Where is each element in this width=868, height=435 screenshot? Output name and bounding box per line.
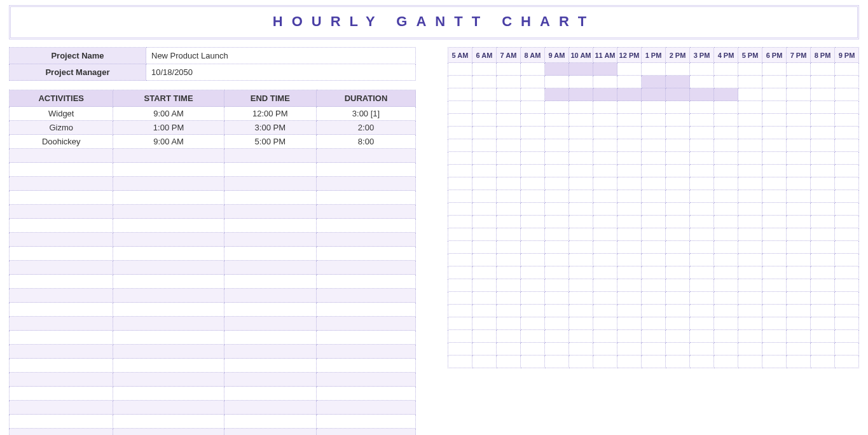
gantt-cell[interactable] <box>593 305 617 317</box>
empty-cell[interactable] <box>113 233 224 247</box>
gantt-cell[interactable] <box>642 139 666 152</box>
gantt-cell[interactable] <box>714 292 738 305</box>
cell-name[interactable]: Widget <box>10 107 113 121</box>
gantt-cell[interactable] <box>497 241 521 254</box>
gantt-cell[interactable] <box>787 216 811 228</box>
empty-cell[interactable] <box>224 387 316 401</box>
gantt-cell[interactable] <box>472 63 497 76</box>
gantt-cell[interactable] <box>811 101 835 114</box>
gantt-cell[interactable] <box>448 139 472 152</box>
gantt-cell[interactable] <box>617 266 642 279</box>
gantt-cell[interactable] <box>472 216 497 228</box>
empty-cell[interactable] <box>316 177 415 191</box>
gantt-cell[interactable] <box>593 165 617 177</box>
gantt-cell[interactable] <box>738 177 762 190</box>
gantt-cell[interactable] <box>738 203 762 216</box>
table-row[interactable] <box>10 317 416 331</box>
gantt-cell[interactable] <box>497 139 521 152</box>
gantt-cell[interactable] <box>545 127 569 139</box>
gantt-cell[interactable] <box>617 356 642 368</box>
gantt-cell[interactable] <box>593 317 617 330</box>
gantt-cell[interactable] <box>714 114 738 127</box>
empty-cell[interactable] <box>10 387 113 401</box>
gantt-cell[interactable] <box>497 114 521 127</box>
gantt-cell[interactable] <box>521 101 545 114</box>
gantt-cell[interactable] <box>811 241 835 254</box>
gantt-cell[interactable] <box>521 152 545 165</box>
cell-start[interactable]: 9:00 AM <box>113 135 224 149</box>
empty-cell[interactable] <box>316 275 415 289</box>
gantt-cell[interactable] <box>811 356 835 368</box>
gantt-cell[interactable] <box>835 165 859 177</box>
gantt-cell[interactable] <box>545 279 569 292</box>
gantt-cell[interactable] <box>642 152 666 165</box>
gantt-cell[interactable] <box>835 203 859 216</box>
empty-cell[interactable] <box>224 303 316 317</box>
gantt-cell[interactable] <box>811 165 835 177</box>
gantt-cell[interactable] <box>762 114 787 127</box>
gantt-cell[interactable] <box>545 101 569 114</box>
gantt-cell[interactable] <box>666 216 690 228</box>
gantt-cell[interactable] <box>666 76 690 88</box>
gantt-cell[interactable] <box>690 356 714 368</box>
gantt-cell[interactable] <box>569 152 593 165</box>
gantt-cell[interactable] <box>666 165 690 177</box>
gantt-cell[interactable] <box>835 343 859 356</box>
gantt-cell[interactable] <box>714 152 738 165</box>
gantt-cell[interactable] <box>787 330 811 343</box>
gantt-cell[interactable] <box>811 76 835 88</box>
gantt-cell[interactable] <box>666 88 690 101</box>
empty-cell[interactable] <box>224 401 316 415</box>
empty-cell[interactable] <box>113 415 224 429</box>
gantt-cell[interactable] <box>787 356 811 368</box>
gantt-cell[interactable] <box>617 114 642 127</box>
empty-cell[interactable] <box>10 345 113 359</box>
gantt-cell[interactable] <box>448 279 472 292</box>
gantt-cell[interactable] <box>448 114 472 127</box>
gantt-cell[interactable] <box>472 254 497 266</box>
gantt-cell[interactable] <box>666 101 690 114</box>
gantt-cell[interactable] <box>521 330 545 343</box>
gantt-cell[interactable] <box>642 88 666 101</box>
gantt-cell[interactable] <box>617 228 642 241</box>
empty-cell[interactable] <box>10 177 113 191</box>
gantt-cell[interactable] <box>666 241 690 254</box>
gantt-cell[interactable] <box>472 101 497 114</box>
empty-cell[interactable] <box>316 261 415 275</box>
gantt-cell[interactable] <box>448 216 472 228</box>
gantt-cell[interactable] <box>472 330 497 343</box>
empty-cell[interactable] <box>224 289 316 303</box>
empty-cell[interactable] <box>316 247 415 261</box>
gantt-cell[interactable] <box>811 266 835 279</box>
empty-cell[interactable] <box>10 275 113 289</box>
cell-end[interactable]: 5:00 PM <box>224 135 316 149</box>
gantt-cell[interactable] <box>690 228 714 241</box>
empty-cell[interactable] <box>113 275 224 289</box>
gantt-cell[interactable] <box>811 216 835 228</box>
empty-cell[interactable] <box>316 205 415 219</box>
gantt-cell[interactable] <box>714 330 738 343</box>
gantt-cell[interactable] <box>787 114 811 127</box>
gantt-cell[interactable] <box>666 279 690 292</box>
gantt-cell[interactable] <box>714 165 738 177</box>
gantt-cell[interactable] <box>811 114 835 127</box>
gantt-cell[interactable] <box>787 254 811 266</box>
gantt-cell[interactable] <box>811 63 835 76</box>
table-row[interactable] <box>10 233 416 247</box>
gantt-cell[interactable] <box>569 305 593 317</box>
gantt-cell[interactable] <box>690 63 714 76</box>
empty-cell[interactable] <box>113 289 224 303</box>
gantt-cell[interactable] <box>762 279 787 292</box>
gantt-cell[interactable] <box>787 165 811 177</box>
gantt-cell[interactable] <box>472 241 497 254</box>
table-row[interactable] <box>10 275 416 289</box>
empty-cell[interactable] <box>10 191 113 205</box>
gantt-cell[interactable] <box>472 88 497 101</box>
gantt-cell[interactable] <box>642 101 666 114</box>
gantt-cell[interactable] <box>666 330 690 343</box>
cell-start[interactable]: 9:00 AM <box>113 107 224 121</box>
gantt-cell[interactable] <box>787 266 811 279</box>
gantt-cell[interactable] <box>521 266 545 279</box>
gantt-cell[interactable] <box>472 190 497 203</box>
gantt-cell[interactable] <box>521 279 545 292</box>
